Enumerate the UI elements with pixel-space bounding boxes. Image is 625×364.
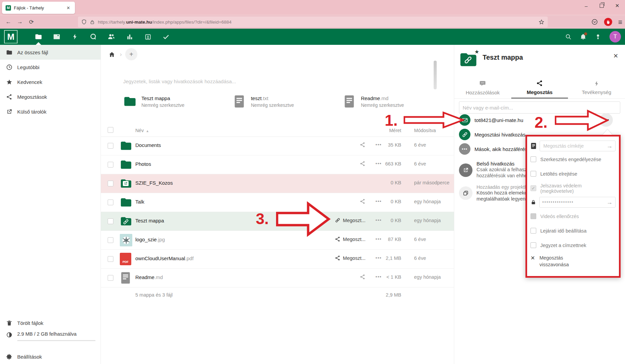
- tab-activity[interactable]: Tevékenység: [568, 77, 625, 98]
- browser-menu-icon[interactable]: ≡: [618, 19, 622, 26]
- recent-card[interactable]: teszt.txtNemrég szerkesztve: [233, 95, 294, 108]
- recent-card[interactable]: Readme.mdNemrég szerkesztve: [343, 95, 404, 108]
- window-minimize-button[interactable]: –: [578, 0, 594, 11]
- window-restore-button[interactable]: [594, 0, 609, 11]
- reload-button[interactable]: ⟳: [26, 19, 37, 26]
- select-all-checkbox[interactable]: [108, 127, 113, 133]
- table-row[interactable]: Readme.md ••• < 1 KB egy hónapja: [101, 269, 454, 287]
- sidebar-item-trash[interactable]: Törölt fájlok: [0, 315, 101, 330]
- annotation-step-3: 3.: [256, 210, 269, 228]
- avatar[interactable]: T: [609, 31, 621, 42]
- sidebar-item-external-storage[interactable]: Külső tárolók: [0, 104, 101, 119]
- share-entry-email[interactable]: tot8421@uni-mate.hu: [459, 114, 523, 126]
- password-value[interactable]: •••••••••••••••: [542, 200, 606, 205]
- back-button[interactable]: ←: [3, 19, 14, 25]
- table-row[interactable]: SZIE_FS_Kozos 0 KB pár másodperce: [101, 174, 454, 193]
- row-checkbox[interactable]: [108, 143, 113, 149]
- option-note-to-recipient[interactable]: Jegyzet a címzettnek: [531, 238, 616, 252]
- row-menu-button[interactable]: •••: [376, 199, 382, 204]
- row-checkbox[interactable]: [108, 181, 113, 186]
- search-icon[interactable]: [565, 33, 572, 40]
- activity-nav-icon[interactable]: [66, 29, 84, 45]
- tracking-shield-icon[interactable]: [81, 19, 87, 25]
- notifications-bell-icon[interactable]: [580, 33, 587, 40]
- talk-nav-icon[interactable]: [84, 29, 102, 45]
- row-menu-button[interactable]: •••: [376, 217, 382, 222]
- sidebar-item-favorites[interactable]: Kedvencek: [0, 74, 101, 89]
- gallery-nav-icon[interactable]: [139, 29, 157, 45]
- option-password-protect[interactable]: ✓ Jelszavas védelem (megkövetelve): [531, 181, 616, 195]
- share-options-menu: → Szerkesztés engedélyezése Letöltés elr…: [525, 135, 621, 278]
- adblock-hand-icon[interactable]: [604, 18, 612, 26]
- row-menu-button[interactable]: •••: [376, 161, 382, 166]
- submit-arrow-icon[interactable]: →: [606, 199, 613, 206]
- row-menu-button[interactable]: •••: [376, 255, 382, 260]
- internal-link-entry[interactable]: Belső hivatkozás Csak azoknál a felhaszn…: [459, 161, 532, 179]
- row-menu-button[interactable]: •••: [376, 274, 382, 279]
- share-button[interactable]: [360, 274, 365, 280]
- scrollbar-thumb[interactable]: [434, 61, 437, 89]
- sidebar-item-settings[interactable]: Beállítások: [0, 349, 101, 364]
- table-row[interactable]: Documents ••• 35 KB 6 éve: [101, 136, 454, 155]
- browser-tab[interactable]: M Fájlok - Tárhely ✕: [2, 2, 75, 14]
- address-bar[interactable]: https://tarhely.uni-mate.hu/index.php/ap…: [78, 17, 548, 27]
- checkbox-unchecked[interactable]: [531, 228, 536, 234]
- user-status-icon[interactable]: [595, 33, 601, 40]
- sidebar-item-all-files[interactable]: Az összes fájl: [0, 45, 101, 60]
- share-entry-others[interactable]: ••• Mások, akik hozzáféréss: [459, 143, 530, 155]
- share-button[interactable]: [360, 161, 365, 166]
- tab-close-icon[interactable]: ✕: [65, 5, 72, 11]
- tab-sharing[interactable]: Megosztás: [511, 77, 568, 98]
- sidebar-item-shares[interactable]: Megosztások: [0, 89, 101, 104]
- analytics-nav-icon[interactable]: [120, 29, 139, 45]
- contacts-nav-icon[interactable]: [102, 29, 120, 45]
- bookmark-star-icon[interactable]: [539, 19, 544, 25]
- recent-card[interactable]: Teszt mappaNemrég szerkesztve: [123, 95, 184, 108]
- app-logo[interactable]: M: [4, 30, 18, 43]
- share-button[interactable]: [360, 199, 365, 204]
- home-icon[interactable]: [109, 51, 115, 58]
- checkbox-unchecked[interactable]: [531, 171, 536, 177]
- option-expiration-date[interactable]: Lejárati idő beállítása: [531, 223, 616, 238]
- table-row[interactable]: Photos ••• 663 KB 6 éve: [101, 155, 454, 174]
- row-checkbox[interactable]: [108, 162, 113, 168]
- submit-arrow-icon[interactable]: →: [606, 143, 613, 150]
- sidebar-item-recent[interactable]: Legutóbbi: [0, 60, 101, 74]
- row-checkbox[interactable]: [108, 237, 113, 243]
- close-icon[interactable]: ✕: [613, 52, 618, 60]
- table-row[interactable]: PDF ownCloudUserManual.pdf Megoszt... ••…: [101, 250, 454, 269]
- pdf-file-icon: PDF: [120, 253, 132, 265]
- share-button[interactable]: [360, 142, 365, 148]
- row-menu-button[interactable]: •••: [376, 142, 382, 147]
- shared-link-button[interactable]: Megoszt...: [335, 217, 365, 223]
- column-name[interactable]: Név▲: [135, 128, 149, 133]
- unshare-button[interactable]: ✕ Megosztásvisszavonása: [531, 254, 616, 268]
- option-hide-download[interactable]: Letöltés elrejtése: [531, 166, 616, 181]
- breadcrumb-separator: ›: [120, 51, 122, 58]
- lock-icon[interactable]: [90, 20, 95, 25]
- tab-comments[interactable]: Hozzászólások: [454, 77, 511, 98]
- checkbox-unchecked[interactable]: [531, 156, 536, 162]
- row-menu-button[interactable]: •••: [376, 236, 382, 241]
- share-button[interactable]: Megoszt...: [335, 236, 365, 242]
- forward-button[interactable]: →: [14, 19, 26, 25]
- option-allow-editing[interactable]: Szerkesztés engedélyezése: [531, 152, 616, 166]
- new-file-button[interactable]: +: [125, 48, 137, 60]
- share-label-input[interactable]: [543, 143, 606, 149]
- photos-nav-icon[interactable]: [48, 29, 66, 45]
- external-badge-icon: [123, 181, 129, 186]
- add-to-project-entry[interactable]: Hozzáadás egy projekthez Kössön hozzá el…: [459, 184, 532, 202]
- panel-tabs: Hozzászólások Megosztás Tevékenység: [454, 77, 625, 99]
- pocket-icon[interactable]: [591, 19, 598, 25]
- share-entry-link[interactable]: Megosztási hivatkozás: [459, 129, 525, 140]
- row-checkbox[interactable]: [108, 275, 113, 281]
- files-nav-icon[interactable]: [29, 29, 48, 45]
- tasks-nav-icon[interactable]: [157, 29, 175, 45]
- row-checkbox[interactable]: [108, 256, 113, 262]
- share-button[interactable]: Megoszt...: [335, 255, 365, 261]
- row-checkbox[interactable]: [108, 218, 113, 224]
- checkbox-unchecked[interactable]: [531, 242, 536, 248]
- notes-placeholder[interactable]: Jegyzetek, listák vagy hivatkozások hozz…: [123, 79, 236, 84]
- row-checkbox[interactable]: [108, 200, 113, 205]
- window-close-button[interactable]: ✕: [609, 0, 625, 11]
